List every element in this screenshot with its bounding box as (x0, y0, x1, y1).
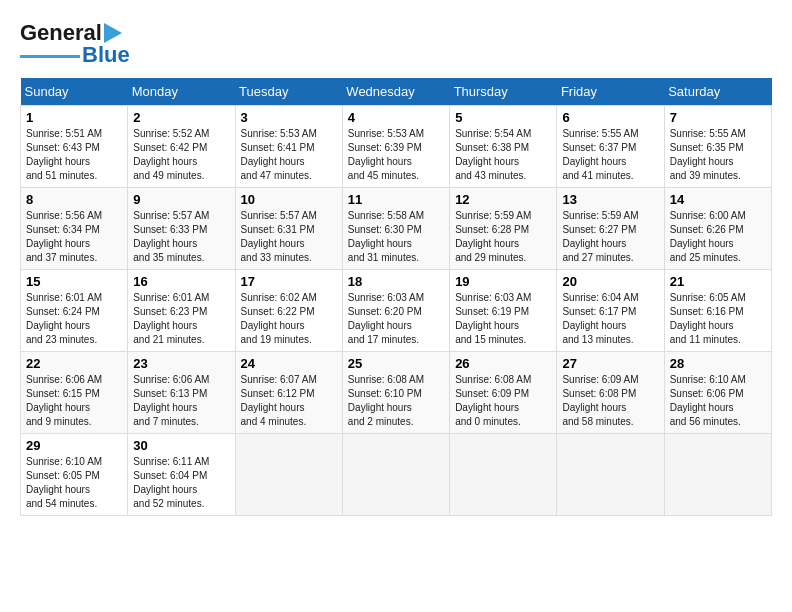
cell-info: Sunrise: 5:59 AMSunset: 6:28 PMDaylight … (455, 209, 551, 265)
calendar-week-1: 1Sunrise: 5:51 AMSunset: 6:43 PMDaylight… (21, 106, 772, 188)
cell-info: Sunrise: 6:11 AMSunset: 6:04 PMDaylight … (133, 455, 229, 511)
calendar-cell: 18Sunrise: 6:03 AMSunset: 6:20 PMDayligh… (342, 270, 449, 352)
day-number: 22 (26, 356, 122, 371)
calendar-cell: 16Sunrise: 6:01 AMSunset: 6:23 PMDayligh… (128, 270, 235, 352)
weekday-header-monday: Monday (128, 78, 235, 106)
calendar-cell: 8Sunrise: 5:56 AMSunset: 6:34 PMDaylight… (21, 188, 128, 270)
weekday-header-sunday: Sunday (21, 78, 128, 106)
day-number: 16 (133, 274, 229, 289)
weekday-header-tuesday: Tuesday (235, 78, 342, 106)
calendar-cell: 9Sunrise: 5:57 AMSunset: 6:33 PMDaylight… (128, 188, 235, 270)
calendar-cell: 1Sunrise: 5:51 AMSunset: 6:43 PMDaylight… (21, 106, 128, 188)
cell-info: Sunrise: 5:59 AMSunset: 6:27 PMDaylight … (562, 209, 658, 265)
calendar-week-3: 15Sunrise: 6:01 AMSunset: 6:24 PMDayligh… (21, 270, 772, 352)
calendar-cell: 4Sunrise: 5:53 AMSunset: 6:39 PMDaylight… (342, 106, 449, 188)
calendar-week-2: 8Sunrise: 5:56 AMSunset: 6:34 PMDaylight… (21, 188, 772, 270)
cell-info: Sunrise: 6:08 AMSunset: 6:09 PMDaylight … (455, 373, 551, 429)
cell-info: Sunrise: 5:52 AMSunset: 6:42 PMDaylight … (133, 127, 229, 183)
day-number: 25 (348, 356, 444, 371)
cell-info: Sunrise: 5:53 AMSunset: 6:41 PMDaylight … (241, 127, 337, 183)
cell-info: Sunrise: 6:09 AMSunset: 6:08 PMDaylight … (562, 373, 658, 429)
day-number: 7 (670, 110, 766, 125)
calendar-cell: 15Sunrise: 6:01 AMSunset: 6:24 PMDayligh… (21, 270, 128, 352)
calendar-cell: 20Sunrise: 6:04 AMSunset: 6:17 PMDayligh… (557, 270, 664, 352)
day-number: 29 (26, 438, 122, 453)
calendar-cell (342, 434, 449, 516)
day-number: 19 (455, 274, 551, 289)
day-number: 26 (455, 356, 551, 371)
cell-info: Sunrise: 6:06 AMSunset: 6:13 PMDaylight … (133, 373, 229, 429)
day-number: 17 (241, 274, 337, 289)
cell-info: Sunrise: 5:51 AMSunset: 6:43 PMDaylight … (26, 127, 122, 183)
calendar-cell (664, 434, 771, 516)
cell-info: Sunrise: 5:53 AMSunset: 6:39 PMDaylight … (348, 127, 444, 183)
calendar-body: 1Sunrise: 5:51 AMSunset: 6:43 PMDaylight… (21, 106, 772, 516)
cell-info: Sunrise: 6:01 AMSunset: 6:24 PMDaylight … (26, 291, 122, 347)
logo: General Blue (20, 20, 130, 68)
calendar-cell: 7Sunrise: 5:55 AMSunset: 6:35 PMDaylight… (664, 106, 771, 188)
day-number: 15 (26, 274, 122, 289)
cell-info: Sunrise: 6:02 AMSunset: 6:22 PMDaylight … (241, 291, 337, 347)
day-number: 13 (562, 192, 658, 207)
calendar-cell: 24Sunrise: 6:07 AMSunset: 6:12 PMDayligh… (235, 352, 342, 434)
cell-info: Sunrise: 6:01 AMSunset: 6:23 PMDaylight … (133, 291, 229, 347)
calendar-cell: 10Sunrise: 5:57 AMSunset: 6:31 PMDayligh… (235, 188, 342, 270)
cell-info: Sunrise: 6:06 AMSunset: 6:15 PMDaylight … (26, 373, 122, 429)
day-number: 27 (562, 356, 658, 371)
calendar-cell: 6Sunrise: 5:55 AMSunset: 6:37 PMDaylight… (557, 106, 664, 188)
cell-info: Sunrise: 5:54 AMSunset: 6:38 PMDaylight … (455, 127, 551, 183)
calendar-cell: 14Sunrise: 6:00 AMSunset: 6:26 PMDayligh… (664, 188, 771, 270)
calendar-week-4: 22Sunrise: 6:06 AMSunset: 6:15 PMDayligh… (21, 352, 772, 434)
calendar-cell: 11Sunrise: 5:58 AMSunset: 6:30 PMDayligh… (342, 188, 449, 270)
cell-info: Sunrise: 6:07 AMSunset: 6:12 PMDaylight … (241, 373, 337, 429)
calendar-cell (235, 434, 342, 516)
calendar-cell: 3Sunrise: 5:53 AMSunset: 6:41 PMDaylight… (235, 106, 342, 188)
day-number: 12 (455, 192, 551, 207)
weekday-header-wednesday: Wednesday (342, 78, 449, 106)
day-number: 3 (241, 110, 337, 125)
calendar-cell: 19Sunrise: 6:03 AMSunset: 6:19 PMDayligh… (450, 270, 557, 352)
day-number: 23 (133, 356, 229, 371)
day-number: 18 (348, 274, 444, 289)
day-number: 6 (562, 110, 658, 125)
cell-info: Sunrise: 5:55 AMSunset: 6:35 PMDaylight … (670, 127, 766, 183)
calendar-cell: 28Sunrise: 6:10 AMSunset: 6:06 PMDayligh… (664, 352, 771, 434)
cell-info: Sunrise: 5:58 AMSunset: 6:30 PMDaylight … (348, 209, 444, 265)
calendar-table: SundayMondayTuesdayWednesdayThursdayFrid… (20, 78, 772, 516)
weekday-header-saturday: Saturday (664, 78, 771, 106)
weekday-header-thursday: Thursday (450, 78, 557, 106)
day-number: 2 (133, 110, 229, 125)
day-number: 10 (241, 192, 337, 207)
cell-info: Sunrise: 6:08 AMSunset: 6:10 PMDaylight … (348, 373, 444, 429)
day-number: 14 (670, 192, 766, 207)
cell-info: Sunrise: 6:05 AMSunset: 6:16 PMDaylight … (670, 291, 766, 347)
calendar-week-5: 29Sunrise: 6:10 AMSunset: 6:05 PMDayligh… (21, 434, 772, 516)
cell-info: Sunrise: 5:57 AMSunset: 6:33 PMDaylight … (133, 209, 229, 265)
day-number: 1 (26, 110, 122, 125)
day-number: 30 (133, 438, 229, 453)
cell-info: Sunrise: 5:55 AMSunset: 6:37 PMDaylight … (562, 127, 658, 183)
calendar-cell: 5Sunrise: 5:54 AMSunset: 6:38 PMDaylight… (450, 106, 557, 188)
cell-info: Sunrise: 5:56 AMSunset: 6:34 PMDaylight … (26, 209, 122, 265)
logo-arrow-icon (104, 23, 122, 43)
calendar-cell: 21Sunrise: 6:05 AMSunset: 6:16 PMDayligh… (664, 270, 771, 352)
calendar-cell: 26Sunrise: 6:08 AMSunset: 6:09 PMDayligh… (450, 352, 557, 434)
day-number: 5 (455, 110, 551, 125)
cell-info: Sunrise: 6:10 AMSunset: 6:06 PMDaylight … (670, 373, 766, 429)
cell-info: Sunrise: 6:03 AMSunset: 6:20 PMDaylight … (348, 291, 444, 347)
cell-info: Sunrise: 6:00 AMSunset: 6:26 PMDaylight … (670, 209, 766, 265)
day-number: 28 (670, 356, 766, 371)
calendar-cell: 2Sunrise: 5:52 AMSunset: 6:42 PMDaylight… (128, 106, 235, 188)
day-number: 24 (241, 356, 337, 371)
day-number: 8 (26, 192, 122, 207)
calendar-cell: 25Sunrise: 6:08 AMSunset: 6:10 PMDayligh… (342, 352, 449, 434)
calendar-cell: 29Sunrise: 6:10 AMSunset: 6:05 PMDayligh… (21, 434, 128, 516)
day-number: 4 (348, 110, 444, 125)
calendar-cell: 13Sunrise: 5:59 AMSunset: 6:27 PMDayligh… (557, 188, 664, 270)
day-number: 11 (348, 192, 444, 207)
page-header: General Blue (20, 20, 772, 68)
day-number: 21 (670, 274, 766, 289)
weekday-header-friday: Friday (557, 78, 664, 106)
calendar-cell: 23Sunrise: 6:06 AMSunset: 6:13 PMDayligh… (128, 352, 235, 434)
calendar-cell: 12Sunrise: 5:59 AMSunset: 6:28 PMDayligh… (450, 188, 557, 270)
